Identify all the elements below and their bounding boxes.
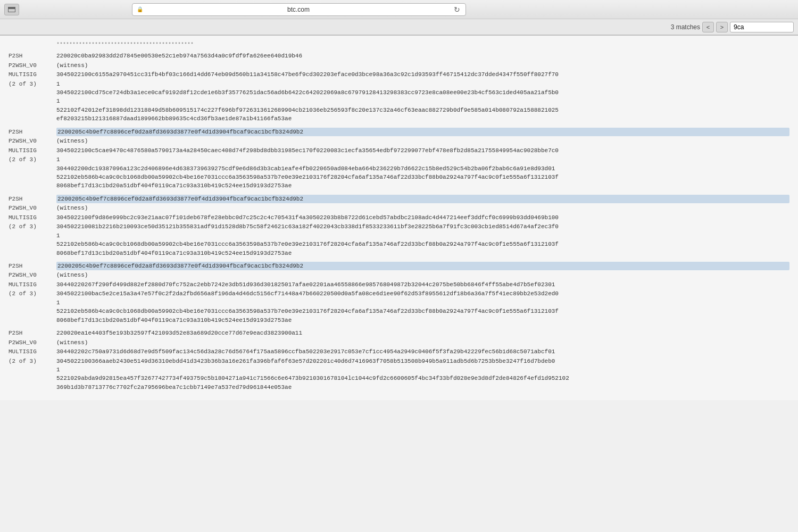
address-bar[interactable]: 🔒 btc.com ↻ bbox=[132, 3, 466, 16]
tab-toggle-icon bbox=[8, 7, 15, 12]
find-prev-button[interactable]: < bbox=[702, 22, 714, 32]
entry-5-params-row: (2 of 3) 3045022100366aaeb2430e5149d3631… bbox=[9, 357, 789, 366]
truncated-top: ▪▪▪▪▪▪▪▪▪▪▪▪▪▪▪▪▪▪▪▪▪▪▪▪▪▪▪▪▪▪▪▪▪▪▪▪▪▪▪▪… bbox=[56, 40, 789, 47]
entry-5-line2: 3045022100366aaeb2430e5149d36310ebdd41d3… bbox=[56, 357, 789, 366]
entry-2-hash-line3: 8068bef17d13c1bd20a51dbf404f0119ca71c93a… bbox=[56, 182, 789, 190]
entry-3-type-label: P2SH bbox=[9, 195, 56, 204]
entry-4-type-row: P2SH 2200205c4b9ef7c8896cef0d2a8fd3693d3… bbox=[9, 262, 789, 271]
entry-1-num2: 1 bbox=[56, 97, 789, 105]
entry-2-params-label: (2 of 3) bbox=[9, 155, 56, 164]
entry-3-subtype-row: P2WSH_V0 (witness) bbox=[9, 204, 789, 213]
entry-3-hash-line1: 522102eb586b4ca9c0cb1068db00a59902cb4be1… bbox=[56, 240, 789, 248]
entry-1-p2sh-value: 220020c0ba92983dd2d7845e00530e52c1eb974a… bbox=[56, 52, 789, 61]
entry-5-subtype-label: P2WSH_V0 bbox=[9, 338, 56, 347]
entry-3-num1: 1 bbox=[56, 232, 789, 240]
entry-3-hash-line2: 8068bef17d13c1bd20a51dbf404f0119ca71c93a… bbox=[56, 250, 789, 257]
entry-5-num1: 1 bbox=[56, 366, 789, 374]
entry-3-subtype-label: P2WSH_V0 bbox=[9, 204, 56, 213]
entry-5-multisig-label: MULTISIG bbox=[9, 347, 56, 356]
entry-3-multisig-row: MULTISIG 3045022100f9d86e999bc2c93e21aac… bbox=[9, 213, 789, 222]
entry-5-type-row: P2SH 220020ea1e4403f5e193b32597f421093d5… bbox=[9, 329, 789, 338]
entry-1-hash-line3: ef8203215b121316887daad1899662bb89635c4c… bbox=[56, 115, 789, 123]
entry-1: P2SH 220020c0ba92983dd2d7845e00530e52c1e… bbox=[9, 52, 789, 123]
entry-1-hash-line1: 3045022100cd75ce724db3a1ece0caf9192d8f12… bbox=[56, 89, 789, 97]
browser-toolbar: 🔒 btc.com ↻ bbox=[0, 0, 798, 19]
entry-3-witness: (witness) bbox=[56, 204, 789, 213]
entry-5-subtype-row: P2WSH_V0 (witness) bbox=[9, 338, 789, 347]
entry-1-witness: (witness) bbox=[56, 61, 789, 70]
entry-4-type-label: P2SH bbox=[9, 262, 56, 271]
entry-1-line1: 3045022100c6155a2970451cc31fb4bf03c166d1… bbox=[56, 70, 789, 79]
entry-5-multisig-row: MULTISIG 304402202c750a9731d6d68d7e9d5f5… bbox=[9, 347, 789, 356]
entry-4-line1: 30440220267f290fd499d882ef2880d70fc752ac… bbox=[56, 280, 789, 289]
entry-4-params-row: (2 of 3) 3045022100bac5e2ce15a3a47e57f0c… bbox=[9, 289, 789, 298]
url-text: btc.com bbox=[144, 6, 453, 13]
matches-count: 3 matches bbox=[671, 23, 700, 31]
entry-1-params-row: (2 of 3) 1 bbox=[9, 80, 789, 89]
entry-4-witness: (witness) bbox=[56, 271, 789, 280]
entry-4-multisig-label: MULTISIG bbox=[9, 280, 56, 289]
entry-4-hash-line1: 522102eb586b4ca9c0cb1068db00a59902cb4be1… bbox=[56, 307, 789, 315]
entry-4-hash-line2: 8068bef17d13c1bd20a51dbf404f0119ca71c93a… bbox=[56, 317, 789, 325]
entry-4-p2sh-value: 2200205c4b9ef7c8896cef0d2a8fd3693d3877e0… bbox=[56, 262, 789, 271]
entry-2-multisig-label: MULTISIG bbox=[9, 146, 56, 155]
lock-icon: 🔒 bbox=[137, 6, 142, 13]
entry-2-line1: 3045022100c5cae9470c4876580a5790173a4a28… bbox=[56, 146, 789, 155]
page-content: ▪▪▪▪▪▪▪▪▪▪▪▪▪▪▪▪▪▪▪▪▪▪▪▪▪▪▪▪▪▪▪▪▪▪▪▪▪▪▪▪… bbox=[0, 36, 798, 400]
entry-2: P2SH 2200205c4b9ef7c8896cef0d2a8fd3693d3… bbox=[9, 128, 789, 190]
entry-4-subtype-row: P2WSH_V0 (witness) bbox=[9, 271, 789, 280]
entry-1-subtype-label: P2WSH_V0 bbox=[9, 61, 56, 70]
entry-5-p2sh-value: 220020ea1e4403f5e193b32597f421093d52e83a… bbox=[56, 329, 789, 338]
entry-5-hash-line2: 369b1d3b78713776c7702fc2a795696bea7c1cbb… bbox=[56, 384, 789, 392]
entry-4-subtype-label: P2WSH_V0 bbox=[9, 271, 56, 280]
entry-1-params-label: (2 of 3) bbox=[9, 80, 56, 89]
entry-1-subtype-row: P2WSH_V0 (witness) bbox=[9, 61, 789, 70]
entry-2-p2sh-value: 2200205c4b9ef7c8896cef0d2a8fd3693d3877e0… bbox=[56, 128, 789, 137]
entry-2-type-row: P2SH 2200205c4b9ef7c8896cef0d2a8fd3693d3… bbox=[9, 128, 789, 137]
entry-5-hash-line1: 5221029abda9d92815ea457f32677427734f4937… bbox=[56, 375, 789, 383]
entry-4-num1: 1 bbox=[56, 299, 789, 307]
entry-1-num1: 1 bbox=[56, 80, 789, 89]
entry-3: P2SH 2200205c4b9ef7c8896cef0d2a8fd3693d3… bbox=[9, 195, 789, 257]
entry-2-hash-line2: 522102eb586b4ca9c0cb1068db00a59902cb4be1… bbox=[56, 173, 789, 181]
entry-4-multisig-row: MULTISIG 30440220267f290fd499d882ef2880d… bbox=[9, 280, 789, 289]
entry-3-line2: 304502210081b2216b210093ce50d35121b35583… bbox=[56, 222, 789, 231]
entry-2-subtype-row: P2WSH_V0 (witness) bbox=[9, 137, 789, 146]
browser-chrome: 🔒 btc.com ↻ 3 matches < > bbox=[0, 0, 798, 36]
entry-1-hash-line2: 522102f42012ef31898dd12318849d58b6095151… bbox=[56, 106, 789, 114]
entry-4-line2: 3045022100bac5e2ce15a3a47e57f0c2f2da2fbd… bbox=[56, 289, 789, 298]
entry-1-type-label: P2SH bbox=[9, 52, 56, 61]
reload-button[interactable]: ↻ bbox=[453, 5, 461, 14]
find-bar: 3 matches < > bbox=[0, 19, 798, 35]
entry-3-type-row: P2SH 2200205c4b9ef7c8896cef0d2a8fd3693d3… bbox=[9, 195, 789, 204]
entry-2-subtype-label: P2WSH_V0 bbox=[9, 137, 56, 146]
entry-2-num1: 1 bbox=[56, 155, 789, 164]
entry-1-type-row: P2SH 220020c0ba92983dd2d7845e00530e52c1e… bbox=[9, 52, 789, 61]
entry-5-witness: (witness) bbox=[56, 338, 789, 347]
entry-5: P2SH 220020ea1e4403f5e193b32597f421093d5… bbox=[9, 329, 789, 392]
entry-3-params-label: (2 of 3) bbox=[9, 222, 56, 231]
entry-5-line1: 304402202c750a9731d6d68d7e9d5f509fac134c… bbox=[56, 347, 789, 356]
entry-2-type-label: P2SH bbox=[9, 128, 56, 137]
entry-5-type-label: P2SH bbox=[9, 329, 56, 338]
entry-4: P2SH 2200205c4b9ef7c8896cef0d2a8fd3693d3… bbox=[9, 262, 789, 325]
entry-5-params-label: (2 of 3) bbox=[9, 357, 56, 366]
find-input[interactable] bbox=[730, 22, 794, 32]
entry-1-multisig-label: MULTISIG bbox=[9, 70, 56, 79]
entry-3-line1: 3045022100f9d86e999bc2c93e21aac07f101deb… bbox=[56, 213, 789, 222]
find-next-button[interactable]: > bbox=[716, 22, 728, 32]
entry-2-hash-line1: 304402200dc19387096a123c2d406896e4d63837… bbox=[56, 165, 789, 173]
tab-toggle-button[interactable] bbox=[4, 4, 19, 15]
entry-3-params-row: (2 of 3) 304502210081b2216b210093ce50d35… bbox=[9, 222, 789, 231]
entry-3-p2sh-value: 2200205c4b9ef7c8896cef0d2a8fd3693d3877e0… bbox=[56, 195, 789, 204]
entry-2-witness: (witness) bbox=[56, 137, 789, 146]
entry-4-params-label: (2 of 3) bbox=[9, 289, 56, 298]
entry-1-multisig-row: MULTISIG 3045022100c6155a2970451cc31fb4b… bbox=[9, 70, 789, 79]
entry-3-multisig-label: MULTISIG bbox=[9, 213, 56, 222]
entry-2-params-row: (2 of 3) 1 bbox=[9, 155, 789, 164]
entry-2-multisig-row: MULTISIG 3045022100c5cae9470c4876580a579… bbox=[9, 146, 789, 155]
